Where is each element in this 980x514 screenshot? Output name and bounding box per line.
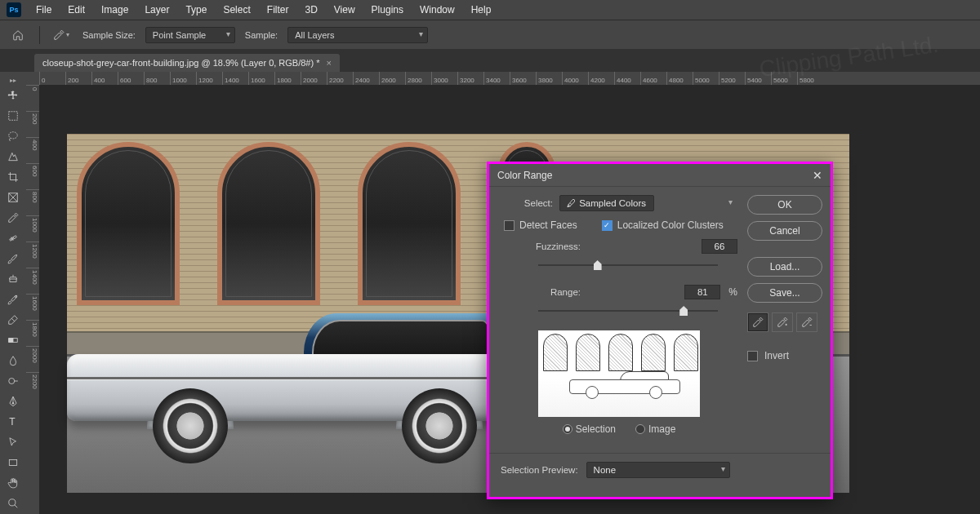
menu-layer[interactable]: Layer xyxy=(138,2,176,17)
menu-select[interactable]: Select xyxy=(216,2,256,17)
svg-rect-10 xyxy=(9,460,16,466)
svg-rect-0 xyxy=(9,112,18,121)
close-icon[interactable]: ✕ xyxy=(811,169,824,182)
svg-point-4 xyxy=(15,295,16,297)
range-label: Range: xyxy=(528,287,581,297)
menu-filter[interactable]: Filter xyxy=(261,2,296,17)
svg-point-7 xyxy=(9,379,15,384)
menu-window[interactable]: Window xyxy=(413,2,461,17)
select-label: Select: xyxy=(517,198,553,208)
range-unit: % xyxy=(728,286,737,298)
save-button[interactable]: Save... xyxy=(747,283,822,303)
image-radio-label: Image xyxy=(648,423,675,435)
marquee-tool[interactable] xyxy=(2,106,24,126)
selection-preview-thumbnail[interactable] xyxy=(538,330,700,417)
gradient-tool[interactable] xyxy=(2,330,24,350)
menu-type[interactable]: Type xyxy=(179,2,213,17)
svg-point-8 xyxy=(12,402,14,404)
svg-rect-6 xyxy=(9,339,13,343)
selection-radio[interactable]: Selection xyxy=(563,423,616,435)
range-input[interactable] xyxy=(684,285,720,299)
sample-size-select[interactable]: Point Sample xyxy=(145,27,235,43)
dodge-tool[interactable] xyxy=(2,371,24,391)
ruler-vertical[interactable]: 0200400600800100012001400160018002000220… xyxy=(26,85,39,514)
crop-tool[interactable] xyxy=(2,167,24,187)
close-tab-icon[interactable]: × xyxy=(327,58,332,68)
ruler-corner xyxy=(26,72,39,85)
blur-tool[interactable] xyxy=(2,351,24,370)
type-tool[interactable]: T xyxy=(2,412,24,432)
sample-label: Sample: xyxy=(245,30,278,40)
invert-label: Invert xyxy=(764,350,789,361)
canvas-image-arch xyxy=(358,142,461,305)
range-slider[interactable] xyxy=(538,303,718,319)
image-radio[interactable]: Image xyxy=(635,423,675,435)
eyedropper-plus-icon[interactable] xyxy=(772,312,793,332)
document-tab-strip: closeup-shot-grey-car-front-building.jpg… xyxy=(0,49,980,72)
menu-edit[interactable]: Edit xyxy=(61,2,91,17)
detect-faces-label: Detect Faces xyxy=(519,219,577,231)
eyedropper-tool[interactable] xyxy=(2,208,24,228)
svg-point-1 xyxy=(9,132,18,139)
menu-plugins[interactable]: Plugins xyxy=(365,2,410,17)
frame-tool[interactable] xyxy=(2,188,24,207)
rectangle-tool[interactable] xyxy=(2,453,24,472)
fuzziness-slider[interactable] xyxy=(538,257,718,273)
tool-preset-eyedropper-icon[interactable]: ▾ xyxy=(50,24,73,47)
lasso-tool[interactable] xyxy=(2,126,24,146)
menu-3d[interactable]: 3D xyxy=(298,2,323,17)
fuzziness-input[interactable] xyxy=(702,239,737,254)
document-tab[interactable]: closeup-shot-grey-car-front-building.jpg… xyxy=(34,54,340,72)
menubar: Ps File Edit Image Layer Type Select Fil… xyxy=(0,0,980,20)
options-bar: ▾ Sample Size: Point Sample Sample: All … xyxy=(0,20,980,49)
dialog-title: Color Range xyxy=(497,170,552,181)
menu-image[interactable]: Image xyxy=(95,2,135,17)
selection-radio-label: Selection xyxy=(576,423,616,435)
svg-text:T: T xyxy=(9,416,16,428)
clone-stamp-tool[interactable] xyxy=(2,269,24,289)
eyedropper-icon[interactable] xyxy=(747,312,768,332)
detect-faces-checkbox[interactable] xyxy=(504,220,514,231)
toolbar-expand-icon[interactable]: ▸▸ xyxy=(0,75,26,85)
history-brush-tool[interactable] xyxy=(2,290,24,309)
load-button[interactable]: Load... xyxy=(747,257,822,277)
menu-view[interactable]: View xyxy=(327,2,362,17)
fuzziness-slider-thumb[interactable] xyxy=(594,260,602,270)
localized-clusters-label: Localized Color Clusters xyxy=(617,219,724,231)
dialog-titlebar[interactable]: Color Range ✕ xyxy=(489,164,831,187)
healing-brush-tool[interactable] xyxy=(2,228,24,248)
canvas-image-arch xyxy=(77,142,180,305)
select-dropdown[interactable]: 🖊 Sampled Colors xyxy=(559,195,654,211)
eyedropper-minus-icon[interactable] xyxy=(796,312,817,332)
quick-selection-tool[interactable] xyxy=(2,147,24,166)
tools-panel: ▸▸ T xyxy=(0,72,26,514)
range-slider-thumb[interactable] xyxy=(679,306,688,316)
menu-file[interactable]: File xyxy=(29,2,58,17)
ps-app-icon: Ps xyxy=(7,2,21,17)
hand-tool[interactable] xyxy=(2,473,24,493)
invert-checkbox[interactable] xyxy=(747,351,758,361)
brush-tool[interactable] xyxy=(2,249,24,268)
pen-tool[interactable] xyxy=(2,392,24,411)
fuzziness-label: Fuzziness: xyxy=(528,241,581,251)
path-selection-tool[interactable] xyxy=(2,432,24,452)
eraser-tool[interactable] xyxy=(2,310,24,330)
color-range-dialog: Color Range ✕ Select: 🖊 Sampled Colors D… xyxy=(487,162,833,499)
ruler-horizontal[interactable]: 0200400600800100012001400160018002000220… xyxy=(39,72,980,85)
document-tab-title: closeup-shot-grey-car-front-building.jpg… xyxy=(42,58,320,68)
selection-preview-label: Selection Preview: xyxy=(501,465,578,475)
zoom-tool[interactable] xyxy=(2,494,24,513)
localized-clusters-checkbox[interactable]: ✓ xyxy=(602,220,612,231)
canvas-image-arch xyxy=(217,142,320,305)
selection-preview-select[interactable]: None xyxy=(586,462,730,478)
cancel-button[interactable]: Cancel xyxy=(747,221,822,241)
sample-select[interactable]: All Layers xyxy=(287,27,428,43)
ok-button[interactable]: OK xyxy=(747,195,822,215)
svg-point-11 xyxy=(9,499,16,506)
move-tool[interactable] xyxy=(2,86,24,105)
canvas-image-car xyxy=(67,313,508,452)
menu-help[interactable]: Help xyxy=(465,2,498,17)
sample-size-label: Sample Size: xyxy=(82,30,136,40)
home-icon[interactable] xyxy=(7,24,29,47)
